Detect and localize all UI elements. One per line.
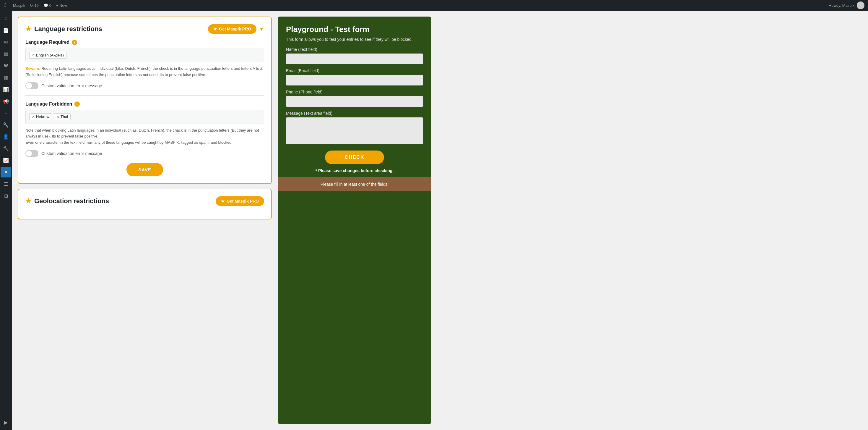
geo-pro-star-icon: ★ [221, 199, 225, 203]
required-warning-text: Beware: Requiring Latin languages as an … [25, 66, 264, 78]
comments-item[interactable]: 💬 0 [43, 3, 52, 8]
language-restrictions-card: ★ Language restrictions ★ Get Maspik PRO… [18, 17, 272, 184]
left-panel: ★ Language restrictions ★ Get Maspik PRO… [18, 17, 272, 424]
section-divider [25, 95, 264, 95]
language-forbidden-label: Language Forbidden i [25, 102, 264, 107]
geo-page-title: Geolocation restrictions [34, 197, 109, 205]
save-notice: * Please save changes before checking. [286, 168, 423, 173]
plugins-icon[interactable]: 🔧 [1, 119, 11, 130]
main-content: ★ Language restrictions ★ Get Maspik PRO… [12, 11, 868, 430]
phone-input[interactable] [286, 96, 423, 107]
analytics-icon[interactable]: 📊 [1, 84, 11, 95]
sidebar: ⌂ 📄 ✉ ▤ W ▦ 📊 📢 ≡ 🔧 👤 🔨 📈 ✕ ☰ ⊞ ▶ [0, 11, 12, 430]
comment-icon: 💬 [43, 3, 48, 8]
email-input[interactable] [286, 75, 423, 85]
wp-logo-icon: ☾ [4, 2, 8, 8]
forbidden-note-text: Note that when blocking Latin languages … [25, 127, 264, 146]
pages-icon[interactable]: ▤ [1, 49, 11, 59]
get-pro-button[interactable]: ★ Get Maspik PRO [208, 24, 256, 34]
error-message: Please fill in at least one of the field… [320, 182, 389, 187]
user-greeting[interactable]: Howdy, Maspik [829, 3, 855, 8]
language-forbidden-input[interactable]: ✕ Hebrew ✕ Thai [25, 110, 264, 124]
info-icon-required[interactable]: i [72, 40, 77, 45]
admin-bar-right: Howdy, Maspik [829, 1, 864, 9]
geo-card-title: ★ Geolocation restrictions [25, 197, 109, 205]
geo-card-header: ★ Geolocation restrictions ★ Get Maspik … [25, 196, 264, 206]
tag-english: ✕ English (A-Za-z) [29, 52, 66, 59]
posts-icon[interactable]: 📄 [1, 25, 11, 35]
save-button[interactable]: SAVE [126, 163, 163, 176]
updates-item[interactable]: ↻ 19 [30, 3, 38, 8]
name-field-label: Name (Text field) [286, 47, 423, 52]
language-required-section: Language Required i ✕ English (A-Za-z) B… [25, 40, 264, 89]
language-forbidden-section: Language Forbidden i ✕ Hebrew ✕ Thai Not… [25, 102, 264, 157]
geolocation-card: ★ Geolocation restrictions ★ Get Maspik … [18, 189, 272, 220]
email-field-label: Email (Email field) [286, 68, 423, 73]
admin-bar: ☾ Maspik ↻ 19 💬 0 + New Howdy, Maspik [0, 0, 868, 11]
updates-icon: ↻ [30, 3, 33, 8]
geo-card-header-right: ★ Get Maspik PRO [216, 196, 264, 206]
tools-icon[interactable]: 🔨 [1, 143, 11, 154]
chevron-down-icon[interactable]: ▼ [259, 26, 264, 32]
menu1-icon[interactable]: ☰ [1, 179, 11, 189]
avatar [857, 1, 864, 9]
required-toggle-label: Custom validation error message [41, 83, 102, 88]
tag-thai: ✕ Thai [54, 113, 71, 120]
forbidden-toggle-label: Custom validation error message [41, 151, 102, 156]
new-item[interactable]: + New [56, 3, 67, 8]
forbidden-custom-message-toggle[interactable] [25, 150, 38, 157]
play-icon[interactable]: ▶ [1, 417, 11, 428]
check-button[interactable]: CHECK [325, 150, 384, 164]
orders-icon[interactable]: ≡ [1, 108, 11, 118]
tag-remove-hebrew[interactable]: ✕ [32, 115, 35, 119]
stats-icon[interactable]: 📈 [1, 155, 11, 166]
card-header-right: ★ Get Maspik PRO ▼ [208, 24, 264, 34]
menu2-icon[interactable]: ⊞ [1, 191, 11, 201]
geo-star-icon: ★ [25, 197, 31, 205]
page-title: Language restrictions [34, 25, 102, 33]
info-icon-forbidden[interactable]: i [74, 102, 80, 107]
forbidden-toggle-row: Custom validation error message [25, 150, 264, 157]
required-custom-message-toggle[interactable] [25, 82, 38, 89]
playground-description: This form allows you to test your entrie… [286, 37, 423, 42]
tag-hebrew: ✕ Hebrew [29, 113, 52, 120]
geo-get-pro-button[interactable]: ★ Get Maspik PRO [216, 196, 264, 206]
tag-remove-thai[interactable]: ✕ [56, 115, 59, 119]
message-input[interactable] [286, 117, 423, 144]
users-icon[interactable]: 👤 [1, 131, 11, 142]
pro-star-icon: ★ [213, 27, 217, 31]
woo-icon[interactable]: W [1, 60, 11, 71]
language-required-label: Language Required i [25, 40, 264, 45]
playground-title: Playground - Test form [286, 25, 423, 34]
playground-panel: Playground - Test form This form allows … [278, 17, 431, 424]
message-field-label: Message (Text area field) [286, 111, 423, 116]
dashboard-icon[interactable]: ⌂ [1, 13, 11, 24]
products-icon[interactable]: ▦ [1, 72, 11, 83]
marketing-icon[interactable]: 📢 [1, 96, 11, 107]
maspik-icon[interactable]: ✕ [1, 167, 11, 177]
name-input[interactable] [286, 54, 423, 64]
error-bar: Please fill in at least one of the field… [278, 177, 431, 191]
site-name[interactable]: Maspik [13, 3, 25, 8]
star-icon: ★ [25, 25, 31, 33]
language-required-input[interactable]: ✕ English (A-Za-z) [25, 48, 264, 62]
mail-icon[interactable]: ✉ [1, 37, 11, 47]
card-title: ★ Language restrictions [25, 25, 102, 33]
phone-field-label: Phone (Phone field) [286, 90, 423, 94]
card-header: ★ Language restrictions ★ Get Maspik PRO… [25, 24, 264, 34]
tag-remove-english[interactable]: ✕ [32, 53, 35, 57]
required-toggle-row: Custom validation error message [25, 82, 264, 89]
